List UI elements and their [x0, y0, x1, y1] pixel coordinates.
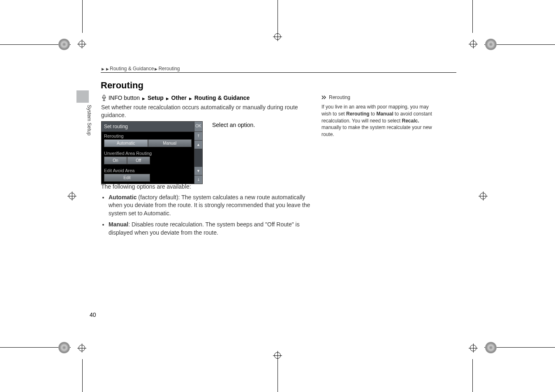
note-title: Rerouting [329, 95, 350, 100]
crop-target-icon [479, 191, 488, 201]
svg-point-0 [103, 95, 105, 98]
crop-line [278, 359, 278, 392]
triangle-icon: ▶ [142, 97, 145, 101]
option-automatic[interactable]: Automatic [104, 139, 148, 147]
option-name: Manual [109, 221, 128, 228]
crop-target-icon [469, 344, 478, 353]
scroll-bottom-icon[interactable]: ⤓ [194, 175, 202, 184]
nav-step: Routing & Guidance [194, 95, 250, 101]
crop-target-icon [469, 39, 478, 48]
breadcrumb-item: Rerouting [158, 66, 180, 71]
option-name: Automatic [109, 194, 136, 201]
options-lead: The following options are available: [101, 183, 311, 191]
crop-target-icon [77, 344, 86, 353]
crop-circle-icon [58, 342, 70, 353]
screen-title: Set routing [102, 122, 194, 131]
option-manual[interactable]: Manual [148, 139, 192, 147]
nav-info-button: INFO button [109, 95, 140, 101]
scroll-top-icon[interactable]: ⤒ [194, 132, 202, 141]
sidebar-tab [76, 90, 89, 103]
crop-line [472, 359, 473, 392]
setting-label: Unverified Area Routing [102, 149, 194, 157]
setting-label: Edit Avoid Area [102, 166, 194, 174]
triangle-icon: ▶ [106, 67, 109, 71]
nav-path: INFO button ▶ Setup ▶ Other ▶ Routing & … [101, 95, 250, 102]
crop-line [472, 0, 473, 33]
voice-icon [101, 95, 107, 102]
note-body: If you live in an area with poor mapping… [321, 104, 437, 138]
device-screenshot: Set routing OK Rerouting Automatic Manua… [101, 121, 203, 184]
breadcrumb: ▶▶Routing & Guidance▶Rerouting [101, 66, 456, 73]
triangle-icon: ▶ [166, 97, 169, 101]
crop-circle-icon [485, 39, 497, 50]
crop-target-icon [273, 351, 282, 360]
option-item: Automatic (factory default): The system … [109, 194, 311, 218]
crop-line [82, 359, 83, 392]
option-desc: : Disables route recalculation. The syst… [109, 221, 300, 236]
intro-text: Set whether route recalculation occurs a… [101, 104, 307, 119]
crop-line [278, 0, 278, 33]
crop-target-icon [77, 39, 86, 48]
scroll-track[interactable] [194, 149, 202, 167]
option-off[interactable]: Off [127, 157, 150, 164]
note-header: Rerouting [321, 95, 350, 100]
triangle-icon: ▶ [155, 67, 157, 71]
page-title: Rerouting [101, 80, 143, 91]
option-edit[interactable]: Edit [104, 174, 150, 182]
triangle-icon: ▶ [189, 97, 192, 101]
scroll-up-icon[interactable]: ▲ [194, 141, 202, 149]
scrollbar[interactable]: ⤒ ▲ ▼ ⤓ [194, 132, 202, 184]
scroll-down-icon[interactable]: ▼ [194, 167, 202, 175]
setting-label: Rerouting [102, 132, 194, 139]
crop-target-icon [67, 191, 76, 201]
instruction-text: Select an option. [212, 122, 255, 128]
nav-step: Other [171, 95, 187, 101]
nav-step: Setup [148, 95, 164, 101]
ok-button[interactable]: OK [194, 122, 202, 131]
option-desc: (factory default): The system calculates… [109, 194, 310, 217]
option-on[interactable]: On [104, 157, 127, 164]
crop-line [82, 0, 83, 33]
chevrons-icon [321, 95, 327, 99]
page-number: 40 [90, 311, 96, 318]
breadcrumb-item: Routing & Guidance [110, 66, 154, 71]
options-text: The following options are available: Aut… [101, 183, 311, 240]
triangle-icon: ▶ [102, 67, 104, 71]
crop-circle-icon [485, 342, 497, 353]
crop-target-icon [273, 32, 282, 41]
option-item: Manual: Disables route recalculation. Th… [109, 221, 311, 237]
sidebar-tab-label: System Setup [86, 105, 92, 136]
crop-circle-icon [58, 39, 70, 50]
